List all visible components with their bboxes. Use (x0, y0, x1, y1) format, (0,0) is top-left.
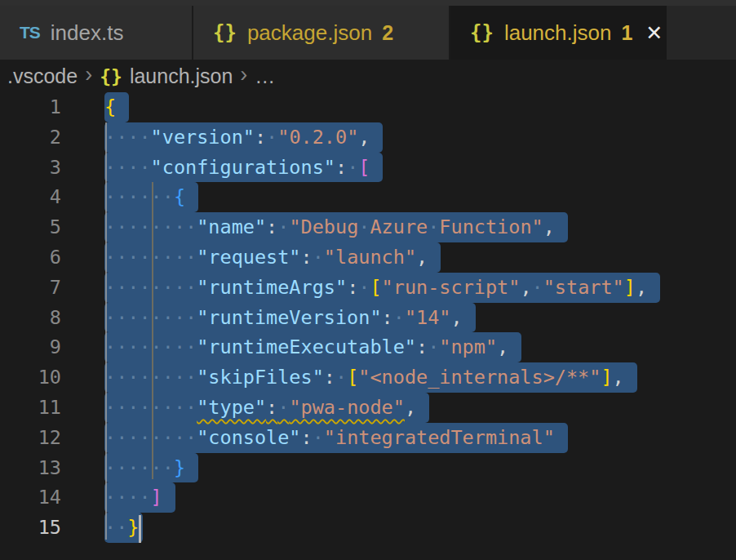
close-tab-icon[interactable]: ✕ (645, 23, 663, 43)
token-str: Function" (439, 216, 543, 238)
selection-highlight: ····] (104, 482, 175, 513)
line-content: ········"type":·"pwa-node", (104, 393, 429, 423)
token-pun: : (347, 276, 358, 299)
whitespace-dots: · (532, 276, 543, 299)
line-number[interactable]: 13 (0, 453, 61, 483)
line-number[interactable]: 12 (0, 423, 61, 453)
token-key: "runtimeArgs" (197, 276, 347, 299)
code-line-4[interactable]: 4······{ (0, 182, 736, 212)
json-file-icon: {} (213, 21, 237, 44)
line-content: { (104, 92, 129, 122)
selection-highlight: ········"runtimeExecutable":·"npm", (104, 332, 521, 362)
whitespace-dots: ······ (104, 185, 174, 208)
token-pun: , (416, 246, 428, 269)
whitespace-dots: · (335, 366, 347, 389)
line-number[interactable]: 14 (0, 482, 61, 513)
token-str: "Debug (289, 216, 358, 238)
token-str: "integratedTerminal" (324, 426, 555, 449)
line-number[interactable]: 10 (0, 362, 61, 393)
whitespace-dots: ········ (104, 246, 197, 269)
token-b1: { (104, 96, 116, 118)
token-pun: , (358, 126, 370, 149)
code-line-2[interactable]: 2····"version":·"0.2.0", (0, 122, 736, 153)
token-b1: [ (347, 366, 358, 389)
code-line-13[interactable]: 13······} (0, 453, 736, 483)
token-pun: , (636, 276, 647, 299)
code-line-3[interactable]: 3····"configurations":·[ (0, 153, 736, 183)
token-pun: , (520, 276, 531, 299)
code-line-12[interactable]: 12········"console":·"integratedTerminal… (0, 423, 736, 453)
line-content: ········"request":·"launch", (104, 242, 441, 273)
line-number[interactable]: 7 (0, 273, 61, 303)
token-pun: : (416, 336, 428, 358)
code-line-6[interactable]: 6········"request":·"launch", (0, 242, 736, 273)
problems-badge: 1 (621, 21, 632, 45)
line-number[interactable]: 5 (0, 212, 61, 242)
code-line-9[interactable]: 9········"runtimeExecutable":·"npm", (0, 332, 736, 362)
tab-launch-json[interactable]: {}launch.json1✕ (450, 6, 667, 60)
code-line-15[interactable]: 15··} (0, 513, 736, 543)
token-str: "run-script" (382, 276, 521, 299)
line-number[interactable]: 8 (0, 303, 61, 333)
selection-highlight: ··} (104, 513, 143, 543)
whitespace-dots: ········ (104, 426, 197, 449)
selection-highlight: ········"type":·"pwa-node", (104, 393, 429, 423)
line-content: ········"runtimeArgs":·["run-script",·"s… (104, 273, 660, 303)
breadcrumb-label: launch.json (130, 64, 233, 87)
breadcrumb-item-.vscode[interactable]: .vscode (7, 64, 78, 88)
code-line-8[interactable]: 8········"runtimeVersion":·"14", (0, 303, 736, 333)
code-line-10[interactable]: 10········"skipFiles":·["<node_internals… (0, 362, 736, 393)
whitespace-dots: ········ (104, 336, 197, 358)
whitespace-dots: ······ (104, 456, 174, 479)
whitespace-dots: · (358, 216, 370, 238)
code-line-5[interactable]: 5········"name":·"Debug·Azure·Function", (0, 212, 736, 242)
line-number[interactable]: 2 (0, 122, 61, 153)
json-file-icon: {} (100, 66, 122, 87)
line-number[interactable]: 9 (0, 332, 61, 362)
token-key: "name" (197, 216, 266, 238)
line-number[interactable]: 3 (0, 153, 61, 183)
line-number[interactable]: 4 (0, 182, 61, 212)
token-pun: : (266, 216, 277, 238)
json-file-icon: {} (470, 21, 494, 44)
whitespace-dots: ········ (104, 366, 197, 389)
token-pun: : (266, 396, 277, 419)
tab-package-json[interactable]: {}package.json2 (193, 6, 450, 60)
whitespace-dots: · (428, 336, 439, 358)
token-b3: { (174, 185, 185, 208)
line-number[interactable]: 1 (0, 92, 61, 122)
selection-highlight: ········"console":·"integratedTerminal" (104, 423, 568, 453)
token-key: "runtimeExecutable" (197, 336, 416, 358)
whitespace-dots: · (277, 396, 289, 419)
line-number[interactable]: 6 (0, 242, 61, 273)
line-content: ····"configurations":·[ (104, 153, 383, 183)
code-line-1[interactable]: 1{ (0, 92, 736, 122)
token-str: "<node_internals>/**" (358, 366, 601, 389)
line-content: ········"name":·"Debug·Azure·Function", (104, 212, 568, 242)
code-line-14[interactable]: 14····] (0, 482, 736, 513)
tab-label: index.ts (51, 20, 124, 46)
text-cursor (139, 515, 141, 543)
editor-tab-bar: TSindex.ts{}package.json2{}launch.json1✕ (0, 6, 736, 60)
token-b3: } (174, 456, 185, 479)
token-str: "0.2.0" (277, 126, 358, 149)
titlebar-strip (0, 0, 736, 6)
tab-index-ts[interactable]: TSindex.ts (0, 6, 193, 60)
token-pun: , (613, 366, 624, 389)
token-str: Azure (370, 216, 428, 238)
breadcrumb-item-[interactable]: … (255, 64, 275, 88)
whitespace-dots: · (347, 156, 358, 179)
code-line-7[interactable]: 7········"runtimeArgs":·["run-script",·"… (0, 273, 736, 303)
breadcrumb-separator-icon: › (85, 62, 92, 87)
breadcrumb-bar: .vscode›{}launch.json›… (0, 60, 736, 92)
line-content: ········"skipFiles":·["<node_internals>/… (104, 362, 637, 393)
selection-highlight: ········"skipFiles":·["<node_internals>/… (104, 362, 637, 393)
breadcrumb-item-launch.json[interactable]: {}launch.json (100, 64, 233, 88)
line-number[interactable]: 11 (0, 393, 61, 423)
line-content: ······} (104, 453, 198, 483)
line-number[interactable]: 15 (0, 513, 61, 543)
token-pun: , (405, 396, 416, 419)
whitespace-dots: · (313, 426, 324, 449)
code-editor[interactable]: 1{2····"version":·"0.2.0",3····"configur… (0, 92, 736, 543)
code-line-11[interactable]: 11········"type":·"pwa-node", (0, 393, 736, 423)
